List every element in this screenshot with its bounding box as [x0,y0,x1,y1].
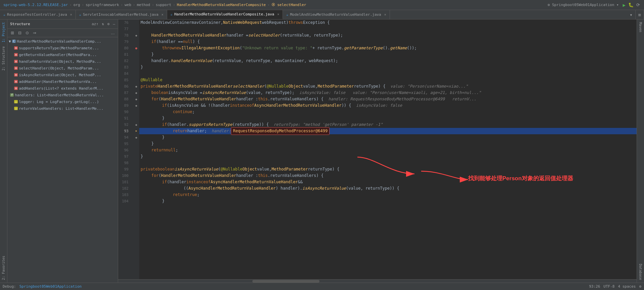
badge-m-6: m [14,80,18,83]
indent-indicator: 4 spaces [618,284,636,289]
tree-label-7: addHandlers(List<? extends HandlerM... [19,86,103,91]
badge-m-4: m [14,66,18,70]
tree-item-8[interactable]: f handlers: List<HandlerMethodReturnVal.… [7,92,118,98]
code-line-87: boolean isAsyncValue = isAsyncReturnValu… [139,90,637,96]
code-line-91: } [139,115,637,122]
breadcrumb-method-name[interactable]: ⦿ selectHandler [271,3,306,7]
tree-item-3[interactable]: m handleReturnValue(Object, MethodPa... [7,58,118,65]
tree-item-4[interactable]: m selectHandler(Object, MethodParam... [7,65,118,71]
ln-94: 94 [118,134,131,141]
gutter-103 [133,192,139,198]
ln-101: 101 [118,179,131,185]
scroll-to-source-btn[interactable]: ⊙ [24,30,30,36]
code-line-78: HandlerMethodReturnValueHandler handler … [139,32,637,39]
tab-close-1[interactable]: × [70,13,72,16]
ln-88: 88 [118,96,131,102]
root-label: HandlerMethodReturnValueHandlerComp... [17,39,101,44]
code-line-88: for (HandlerMethodReturnValueHandler han… [139,96,637,102]
tab-responcetest[interactable]: ☕ ResponseTestController.java × [0,10,76,19]
code-line-104: } [139,198,637,204]
tab-close-4[interactable]: × [384,13,386,16]
tab-icon-2: ☕ [79,13,81,16]
code-line-83: } [139,64,637,70]
tab-close-3[interactable]: × [277,12,279,16]
more-actions[interactable]: ⟳ [636,2,640,7]
code-line-100: for (HandlerMethodReturnValueHandler han… [139,173,637,179]
debug-app-label[interactable]: Springboot05Web01Application [19,284,82,289]
recent-files[interactable]: ≡ [636,10,644,19]
gutter-100 [133,173,139,179]
settings-icon[interactable]: ⚙ [107,22,110,26]
badge-m-3: m [14,60,18,63]
tab-close-2[interactable]: × [161,13,163,16]
breadcrumb-method[interactable]: method [137,3,150,7]
ln-87: 87 [118,90,131,96]
breadcrumb-springframework[interactable]: springframework [86,3,119,7]
line-numbers: 76 77 78 79 80 81 82 83 84 85 86 87 88 8… [118,19,133,279]
tree-item-7[interactable]: m addHandlers(List<? extends HandlerM... [7,85,118,92]
gutter-89: ◆ [133,102,139,109]
structure-tab[interactable]: 2: Structure [1,45,6,72]
tree-item-5[interactable]: m isAsyncReturnValue(Object, MethodP... [7,71,118,78]
run-btn[interactable]: ▶ [623,2,626,8]
tree-item-6[interactable]: m addHandler(HandlerMethodReturnVa... [7,78,118,85]
close-panel-icon[interactable]: — [113,22,115,26]
code-line-86: private HandlerMethodReturnValueHandler … [139,83,637,90]
gutter-92: ◆ [133,122,139,128]
autoscroll-btn[interactable]: ⇒ [32,30,38,36]
ln-100: 100 [118,173,131,179]
ln-93: 93 [118,128,131,134]
more-options-btn[interactable]: … [110,30,116,36]
breadcrumb-web[interactable]: web [125,3,131,7]
breadcrumb-support[interactable]: support [156,3,171,7]
code-line-98 [139,160,637,166]
tree-item-1[interactable]: m supportsReturnType(MethodParamete... [7,45,118,51]
run-config[interactable]: ⚙ Springboot05Web01Application ▾ [548,3,619,7]
code-line-82: handler.handleReturnValue(returnValue, r… [139,58,637,64]
ln-99: 99 [118,166,131,173]
code-line-99: private boolean isAsyncReturnValue(@Null… [139,166,637,173]
tab-overflow[interactable]: ▾ [627,10,635,19]
main-layout: 1: Project 2: Structure 2: Favorites Str… [0,19,644,283]
ln-92: 92 [118,122,131,128]
tree-label-6: addHandler(HandlerMethodReturnVa... [19,80,97,84]
ln-86: 86 [118,83,131,90]
expand-all-btn[interactable]: ⊞ [9,30,15,36]
badge-w-2: ⚠ [14,107,18,110]
structure-header: Structure az↑ ⇅ ⚙ — [7,19,118,29]
debug-btn-top[interactable]: 🐛 [628,2,634,7]
gutter-101 [133,179,139,185]
tree-root[interactable]: ▼ C HandlerMethodReturnValueHandlerComp.… [7,38,118,45]
ln-103: 103 [118,192,131,198]
project-tab[interactable]: 1: Project [1,21,6,44]
breadcrumb-org[interactable]: org [73,3,80,7]
breadcrumb-jar[interactable]: spring-web-5.2.12.RELEASE.jar [3,3,68,7]
tab-icon-3: ☕ [170,12,172,16]
database-tab[interactable]: Database [638,262,643,281]
ln-81: 81 [118,51,131,58]
tree-item-2[interactable]: m getReturnValueHandler(MethodPara... [7,51,118,58]
ln-82: 82 [118,58,131,64]
structure-title: Structure [10,22,30,26]
code-content[interactable]: 76 77 78 79 80 81 82 83 84 85 86 87 88 8… [118,19,637,279]
sort-alpha-btn[interactable]: az↑ [92,22,98,26]
code-line-89: if (isAsyncValue && !(handler instanceof… [139,102,637,109]
favorites-tab[interactable]: 2: Favorites [1,254,6,281]
code-line-102: ((AsyncHandlerMethodReturnValueHandler) … [139,185,637,192]
tab-label-1: ResponseTestController.java [7,12,67,17]
maven-tab[interactable]: Maven [638,21,643,34]
tab-servlet[interactable]: ☕ ServletInvocableHandlerMethod.java × [76,10,167,19]
tab-handler-composite[interactable]: ☕ HandlerMethodReturnValueHandlerComposi… [167,10,283,19]
git-indicator[interactable]: ⚙ [639,284,641,289]
gutter-77 [133,26,139,32]
sort-type-btn[interactable]: ⇅ [102,22,104,26]
gutter-84 [133,70,139,77]
gutter-98 [133,160,139,166]
h-scrollbar[interactable] [118,279,637,283]
tab-modelview[interactable]: ☕ ModelAndViewMethodReturnValueHandler.j… [283,10,390,19]
collapse-all-btn[interactable]: ⊟ [17,30,23,36]
tree-item-9[interactable]: ⚠ logger: Log = LogFactory.getLog(...) [7,98,118,105]
tree-item-10[interactable]: ⚠ returnValueHandlers: List<HandlerMe... [7,105,118,112]
breadcrumb-class[interactable]: HandlerMethodReturnValueHandlerComposite [177,3,266,7]
code-line-77 [139,26,637,32]
